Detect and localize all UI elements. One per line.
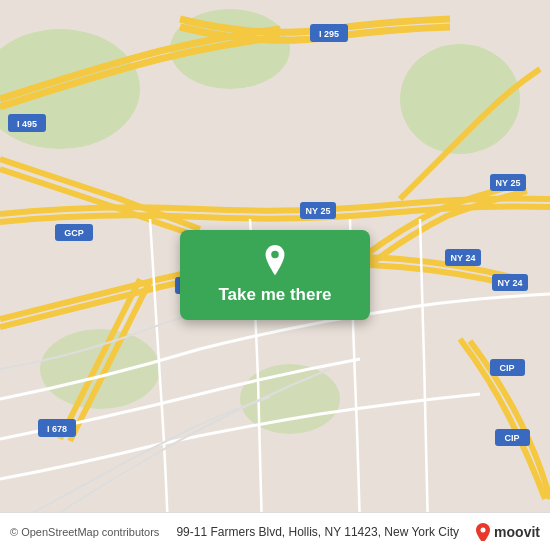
svg-point-29 <box>481 527 486 532</box>
svg-text:NY 25: NY 25 <box>306 206 331 216</box>
svg-text:NY 25: NY 25 <box>496 178 521 188</box>
moovit-text: moovit <box>494 524 540 540</box>
copyright-text: © OpenStreetMap contributors <box>10 526 159 538</box>
take-me-there-button[interactable]: Take me there <box>180 230 370 320</box>
svg-text:I 678: I 678 <box>47 424 67 434</box>
map-container: I 495 I 295 NY 25 NY 25 NY 24 NY 24 GCP … <box>0 0 550 550</box>
svg-text:CIP: CIP <box>499 363 514 373</box>
svg-text:NY 24: NY 24 <box>451 253 476 263</box>
svg-text:I 295: I 295 <box>319 29 339 39</box>
svg-text:GCP: GCP <box>64 228 84 238</box>
cta-label: Take me there <box>218 285 331 305</box>
location-pin-icon <box>261 245 289 279</box>
address-text: 99-11 Farmers Blvd, Hollis, NY 11423, Ne… <box>176 525 459 539</box>
moovit-pin-icon <box>476 523 490 541</box>
svg-text:NY 24: NY 24 <box>498 278 523 288</box>
svg-text:I 495: I 495 <box>17 119 37 129</box>
moovit-logo: moovit <box>476 523 540 541</box>
svg-point-28 <box>271 251 279 259</box>
svg-point-4 <box>40 329 160 409</box>
svg-text:CIP: CIP <box>504 433 519 443</box>
bottom-bar: © OpenStreetMap contributors 99-11 Farme… <box>0 512 550 550</box>
